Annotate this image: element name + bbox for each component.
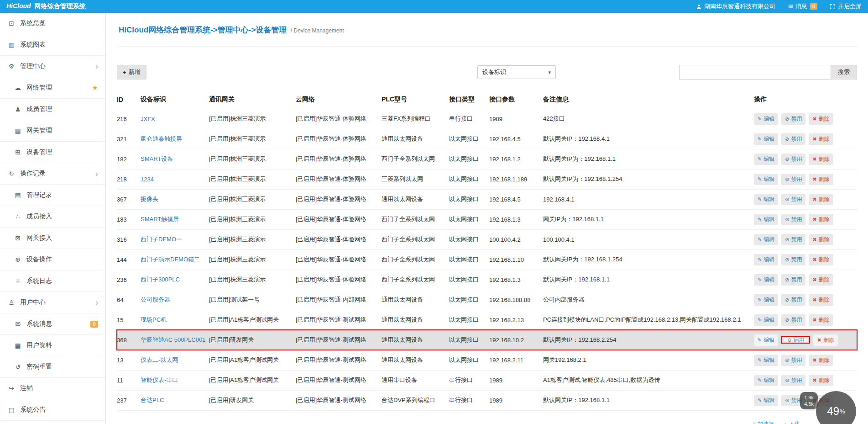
messages-menu[interactable]: ✉ 消息 0 — [788, 2, 817, 11]
edit-button[interactable]: ✎编辑 — [754, 294, 778, 306]
sidebar-item-user-center[interactable]: ♙用户中心› — [0, 292, 105, 313]
disable-button[interactable]: ⊘禁用 — [781, 194, 805, 205]
disable-button[interactable]: ⊘禁用 — [781, 113, 805, 125]
trash-icon: ✖ — [812, 377, 816, 383]
sidebar-item-overview[interactable]: ⊡系统总览 — [0, 13, 105, 34]
device-link[interactable]: 西门子300PLC — [141, 276, 180, 283]
edit-button[interactable]: ✎编辑 — [754, 113, 778, 125]
device-link[interactable]: 西门子DEMO一 — [141, 236, 182, 243]
disable-button[interactable]: ⊘禁用 — [781, 375, 805, 386]
sidebar-item-logout[interactable]: ↪注销 — [0, 378, 105, 399]
network-speed-widget[interactable]: 1.9k 4.5k — [800, 392, 818, 409]
device-link[interactable]: 华辰智通AC 500PLC001 — [141, 336, 205, 343]
device-link[interactable]: 西门子演示DEMO箱二 — [141, 256, 200, 263]
sidebar-item-gateway-mgmt[interactable]: ▦网关管理 — [0, 120, 105, 142]
disable-button[interactable]: ⊘禁用 — [781, 214, 805, 225]
delete-button[interactable]: ✖删除 — [809, 113, 833, 125]
delete-button[interactable]: ✖删除 — [809, 355, 833, 366]
footer-item-下载[interactable]: ↓下载 — [784, 419, 800, 424]
delete-button[interactable]: ✖删除 — [809, 234, 833, 245]
sidebar-item-device-mgmt[interactable]: ⊞设备管理 — [0, 142, 105, 163]
sidebar-item-device-ops[interactable]: ⊕设备操作 — [0, 249, 105, 270]
company-menu[interactable]: 湖南华辰智通科技有限公司 — [696, 2, 775, 11]
cell-actions: ✎编辑⊘禁用✖删除 — [754, 129, 857, 149]
edit-button[interactable]: ✎编辑 — [754, 355, 778, 366]
cell-port-type: 以太网接口 — [449, 249, 489, 270]
disable-button[interactable]: ⊘禁用 — [781, 314, 805, 326]
delete-button[interactable]: ✖删除 — [809, 254, 833, 265]
edit-button[interactable]: ✎编辑 — [754, 174, 778, 185]
edit-button[interactable]: ✎编辑 — [754, 334, 778, 346]
edit-button[interactable]: ✎编辑 — [754, 194, 778, 205]
device-link[interactable]: 昆仑通泰触摸屏 — [141, 135, 182, 142]
device-link[interactable]: JXFX — [141, 116, 155, 122]
disable-button[interactable]: ⊘禁用 — [781, 254, 805, 265]
edit-button[interactable]: ✎编辑 — [754, 395, 778, 406]
edit-button[interactable]: ✎编辑 — [754, 375, 778, 386]
sidebar-item-mgmt-center[interactable]: ⚙管理中心› — [0, 56, 105, 77]
favorite-star-icon[interactable]: ★ — [92, 84, 98, 92]
disable-button[interactable]: ⊘禁用 — [781, 355, 805, 366]
device-link[interactable]: 智能仪表-串口 — [141, 376, 178, 383]
device-link[interactable]: SMART触摸屏 — [141, 216, 179, 223]
sidebar-item-mgmt-records[interactable]: ▤管理记录 — [0, 185, 105, 206]
sidebar-item-password-reset[interactable]: ↺密码重置 — [0, 356, 105, 378]
delete-button[interactable]: ✖删除 — [809, 294, 833, 306]
delete-button[interactable]: ✖删除 — [809, 194, 833, 205]
delete-button[interactable]: ✖删除 — [809, 133, 833, 145]
sidebar-item-op-records[interactable]: ↻操作记录› — [0, 163, 105, 185]
filter-dropdown[interactable]: 设备标识 ▾ — [477, 65, 556, 79]
fullscreen-button[interactable]: 开启全屏 — [830, 2, 862, 11]
edit-button[interactable]: ✎编辑 — [754, 154, 778, 165]
footer-item-加速器[interactable]: ≡加速器 — [753, 419, 774, 424]
sidebar-item-member-mgmt[interactable]: ♟成员管理 — [0, 99, 105, 120]
delete-button[interactable]: ✖删除 — [809, 154, 833, 165]
edit-button[interactable]: ✎编辑 — [754, 314, 778, 326]
edit-button[interactable]: ✎编辑 — [754, 274, 778, 286]
column-header: ID — [117, 90, 141, 109]
disable-button[interactable]: ⊘禁用 — [781, 274, 805, 286]
disable-button[interactable]: ⊘禁用 — [781, 154, 805, 165]
enable-button[interactable]: ⊙启用 — [784, 338, 808, 342]
search-button[interactable]: 搜索 — [831, 65, 857, 80]
disable-button[interactable]: ⊘禁用 — [781, 294, 805, 306]
pencil-icon: ✎ — [758, 398, 762, 403]
device-link[interactable]: 台达PLC — [141, 397, 164, 403]
user-icon — [696, 4, 701, 9]
sidebar-item-member-access[interactable]: ∴成员接入 — [0, 206, 105, 228]
delete-button[interactable]: ✖删除 — [809, 314, 833, 326]
disable-button[interactable]: ⊘禁用 — [781, 174, 805, 185]
sidebar-item-charts[interactable]: ▥系统图表 — [0, 34, 105, 56]
pencil-icon: ✎ — [758, 277, 762, 283]
delete-button[interactable]: ✖删除 — [809, 274, 833, 286]
device-link[interactable]: 仪表二-以太网 — [141, 356, 178, 363]
device-link[interactable]: SMART设备 — [141, 155, 173, 162]
ban-icon: ⊘ — [785, 116, 789, 122]
device-link[interactable]: 现场PC机 — [141, 316, 167, 323]
edit-button[interactable]: ✎编辑 — [754, 214, 778, 225]
edit-button[interactable]: ✎编辑 — [754, 234, 778, 245]
network-access-icon: ⊠ — [14, 234, 22, 242]
sidebar-item-user-profile[interactable]: ▦用户资料 — [0, 335, 105, 356]
edit-button[interactable]: ✎编辑 — [754, 254, 778, 265]
disable-button[interactable]: ⊘禁用 — [781, 234, 805, 245]
device-link[interactable]: 摄像头 — [141, 196, 158, 202]
pencil-icon: ✎ — [758, 217, 762, 223]
delete-button[interactable]: ✖删除 — [809, 214, 833, 225]
edit-button[interactable]: ✎编辑 — [754, 133, 778, 145]
sidebar-item-syslog[interactable]: ≡系统日志 — [0, 270, 105, 292]
delete-button[interactable]: ✖删除 — [809, 375, 833, 386]
ban-icon: ⊘ — [785, 398, 789, 403]
chevron-right-icon: › — [95, 170, 98, 178]
search-input[interactable] — [679, 65, 831, 80]
sidebar-item-sys-messages[interactable]: ✉系统消息0 — [0, 313, 105, 335]
sidebar-item-announcement[interactable]: ▤系统公告 — [0, 399, 105, 421]
sidebar-item-gateway-access[interactable]: ⊠网关接入 — [0, 228, 105, 249]
sidebar-item-network-mgmt[interactable]: ☁网络管理★ — [0, 77, 105, 99]
add-device-button[interactable]: +新增 — [117, 65, 146, 80]
disable-button[interactable]: ⊘禁用 — [781, 133, 805, 145]
device-link[interactable]: 1234 — [141, 176, 154, 183]
delete-button[interactable]: ✖删除 — [809, 174, 833, 185]
device-link[interactable]: 公司服务器 — [141, 296, 170, 303]
delete-button[interactable]: ✖删除 — [813, 334, 837, 346]
